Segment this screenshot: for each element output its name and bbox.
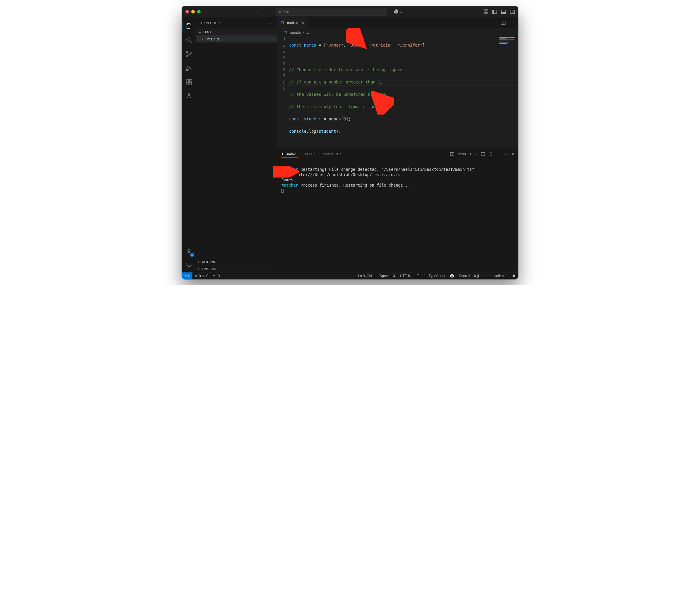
nav-back-icon[interactable]: ← bbox=[256, 9, 261, 14]
status-copilot[interactable] bbox=[447, 273, 456, 279]
activity-extensions[interactable] bbox=[182, 76, 196, 89]
ts-file-icon: TS bbox=[283, 31, 287, 34]
panel-more-icon[interactable]: ⋯ bbox=[496, 151, 501, 157]
line-gutter: 1 2 3 4 5 6 7 8 9 bbox=[277, 36, 289, 149]
svg-rect-3 bbox=[487, 12, 488, 14]
copilot-menu[interactable]: ⌄ bbox=[394, 9, 402, 14]
sidebar-title: EXPLORER bbox=[201, 21, 220, 25]
code-editor[interactable]: 1 2 3 4 5 6 7 8 9 const names = ["James"… bbox=[277, 36, 518, 149]
svg-point-21 bbox=[188, 265, 190, 267]
svg-rect-18 bbox=[189, 83, 192, 85]
status-lang[interactable]: {} TypeScript bbox=[421, 273, 448, 279]
ts-file-icon: TS bbox=[281, 21, 285, 24]
copilot-icon bbox=[394, 9, 399, 14]
terminal-output[interactable]: Watcher Restarting! File change detected… bbox=[277, 159, 518, 272]
accounts-badge: 1 bbox=[190, 253, 194, 257]
panel-close-icon[interactable]: × bbox=[512, 152, 514, 156]
svg-rect-9 bbox=[513, 10, 514, 13]
svg-rect-7 bbox=[501, 12, 506, 13]
activity-scm[interactable] bbox=[182, 48, 196, 61]
activity-bar: 1 bbox=[182, 17, 196, 272]
split-editor-icon[interactable] bbox=[501, 20, 506, 25]
warning-icon: ⚠ bbox=[202, 274, 205, 278]
status-ports[interactable]: ᯤ0 bbox=[211, 273, 222, 279]
svg-point-10 bbox=[187, 38, 190, 41]
breadcrumb-rest: ... bbox=[306, 30, 309, 34]
activity-explorer[interactable] bbox=[182, 20, 196, 32]
tab-main-ts[interactable]: TS main.ts × bbox=[277, 17, 308, 28]
svg-rect-19 bbox=[190, 79, 192, 82]
svg-rect-16 bbox=[186, 80, 189, 82]
editor-more-icon[interactable]: ⋯ bbox=[510, 20, 515, 25]
search-icon bbox=[185, 36, 192, 44]
breadcrumb-file: main.ts bbox=[289, 30, 301, 34]
remote-icon bbox=[185, 274, 189, 278]
timeline-section[interactable]: › TIMELINE bbox=[196, 265, 277, 272]
svg-rect-2 bbox=[484, 12, 485, 14]
toggle-secondary-icon[interactable] bbox=[510, 9, 515, 14]
terminal-check-label: Check bbox=[282, 172, 293, 177]
svg-rect-0 bbox=[484, 10, 485, 11]
status-encoding[interactable]: UTF-8 bbox=[397, 273, 412, 279]
close-tab-icon[interactable]: × bbox=[302, 20, 304, 25]
breadcrumb[interactable]: TS main.ts › ... bbox=[277, 28, 518, 36]
toggle-panel-icon[interactable] bbox=[501, 9, 506, 14]
timeline-label: TIMELINE bbox=[202, 267, 217, 271]
svg-point-12 bbox=[186, 52, 188, 53]
editor-tabs: TS main.ts × ⋯ bbox=[277, 17, 518, 28]
error-icon: ⊗ bbox=[195, 274, 198, 278]
tab-label: main.ts bbox=[287, 20, 299, 25]
status-indent[interactable]: Spaces: 4 bbox=[377, 273, 397, 279]
layout-grid-icon[interactable] bbox=[484, 9, 488, 14]
panel-chevron-up-icon[interactable]: ︿ bbox=[505, 152, 508, 157]
sidebar-header: EXPLORER ⋯ bbox=[196, 17, 277, 28]
bell-icon: 🔔︎ bbox=[512, 274, 516, 278]
close-window-button[interactable] bbox=[185, 10, 189, 13]
folder-name: TEST bbox=[203, 30, 211, 34]
toggle-sidebar-icon[interactable] bbox=[492, 9, 497, 14]
activity-search[interactable] bbox=[182, 34, 196, 46]
nav-forward-icon[interactable]: → bbox=[265, 9, 270, 14]
gear-icon bbox=[185, 262, 192, 269]
chevron-right-icon: › bbox=[198, 260, 199, 264]
files-icon bbox=[185, 22, 192, 29]
search-text: test bbox=[283, 10, 289, 14]
activity-settings[interactable] bbox=[182, 259, 196, 272]
minimize-window-button[interactable] bbox=[191, 10, 195, 13]
command-center[interactable]: ⌕ test bbox=[276, 8, 387, 15]
chevron-down-icon: ⌄ bbox=[400, 10, 402, 13]
svg-point-20 bbox=[188, 249, 190, 252]
sidebar-folder[interactable]: ⌄ TEST bbox=[196, 28, 277, 35]
breadcrumb-sep: › bbox=[303, 30, 304, 34]
maximize-window-button[interactable] bbox=[197, 10, 201, 13]
status-notifications[interactable]: 🔔︎ bbox=[510, 273, 518, 279]
remote-indicator[interactable] bbox=[182, 273, 192, 279]
sidebar-more-icon[interactable]: ⋯ bbox=[268, 20, 273, 26]
status-eol[interactable]: LF bbox=[412, 273, 421, 279]
sidebar: EXPLORER ⋯ ⌄ TEST TS main.ts › OUTLINE ›… bbox=[196, 17, 277, 272]
activity-testing[interactable] bbox=[182, 90, 196, 103]
status-problems[interactable]: ⊗0 ⚠0 bbox=[192, 273, 211, 279]
status-cursor-pos[interactable]: Ln 9, Col 1 bbox=[356, 273, 377, 279]
file-item-main-ts[interactable]: TS main.ts bbox=[196, 35, 277, 42]
activity-debug[interactable] bbox=[182, 62, 196, 75]
bottom-panel: TERMINAL PORTS COMMENTS deno + ⌄ ⋯ ︿ × bbox=[277, 149, 518, 272]
flask-icon bbox=[185, 93, 192, 100]
chevron-down-icon: ⌄ bbox=[198, 30, 201, 34]
search-icon: ⌕ bbox=[279, 10, 281, 14]
status-deno[interactable]: Deno 2.1.4 (Upgrade available) bbox=[456, 273, 510, 279]
terminal-program-output: James bbox=[282, 178, 293, 182]
debug-icon bbox=[185, 65, 192, 72]
svg-rect-5 bbox=[493, 10, 494, 13]
activity-accounts[interactable]: 1 bbox=[182, 245, 196, 258]
outline-section[interactable]: › OUTLINE bbox=[196, 258, 277, 265]
copilot-icon bbox=[450, 274, 454, 278]
file-name: main.ts bbox=[207, 37, 220, 41]
titlebar-actions bbox=[484, 9, 515, 14]
outline-label: OUTLINE bbox=[202, 260, 216, 264]
svg-line-11 bbox=[190, 41, 192, 43]
nav-arrows: ← → bbox=[256, 9, 270, 14]
editor-actions: ⋯ bbox=[501, 17, 518, 28]
svg-rect-17 bbox=[186, 83, 189, 85]
window-controls bbox=[185, 10, 201, 13]
